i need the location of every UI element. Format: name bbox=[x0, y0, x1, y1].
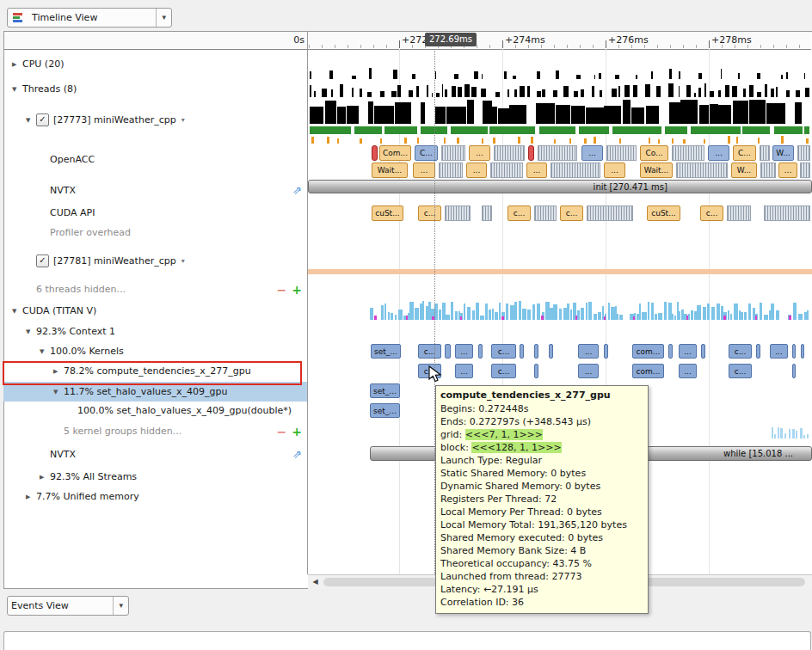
openacc-row-2-segment[interactable]: ... bbox=[604, 162, 625, 178]
cuda-api-row-segment[interactable]: c... bbox=[700, 205, 723, 221]
cuda-api-row-segment[interactable] bbox=[445, 205, 471, 221]
openacc-row-1-segment[interactable] bbox=[538, 145, 577, 161]
kernels-row-segment[interactable]: set_... bbox=[371, 344, 401, 359]
openacc-row-2-segment[interactable]: ... bbox=[413, 162, 435, 178]
tree-row-5-kernel-groups-hidden[interactable]: 5 kernel groups hidden...−+ bbox=[3, 421, 307, 441]
tree-collapse-arrow-icon[interactable]: ▼ bbox=[40, 348, 50, 355]
cuda-api-row-segment[interactable]: c... bbox=[508, 205, 531, 221]
kernels-row-segment[interactable] bbox=[701, 344, 705, 359]
tree-row-100-0-set-halo-values-x-409-gpu-double[interactable]: 100.0% set_halo_values_x_409_gpu(double*… bbox=[3, 401, 307, 420]
openacc-row-1-segment[interactable] bbox=[494, 145, 525, 161]
tree-expand-arrow-icon[interactable]: ▶ bbox=[26, 494, 36, 500]
tree-row-100-0-kernels[interactable]: ▼100.0% Kernels bbox=[3, 341, 307, 361]
kernels-row-segment[interactable]: ... bbox=[455, 344, 473, 359]
kernels-row-segment[interactable] bbox=[756, 344, 760, 359]
kernels-row-segment[interactable]: c... bbox=[491, 344, 516, 359]
kernels-row-segment[interactable]: c... bbox=[418, 344, 441, 359]
compute-tendencies-row-segment[interactable]: ... bbox=[679, 364, 697, 378]
tree-row-profiler-overhead[interactable]: Profiler overhead bbox=[3, 223, 307, 242]
openacc-row-1-segment[interactable]: ... bbox=[708, 145, 729, 161]
kernels-row-segment[interactable] bbox=[604, 344, 608, 359]
tree-row-cuda-api[interactable]: CUDA API bbox=[3, 203, 307, 223]
row-visibility-checkbox[interactable]: ✓ bbox=[36, 113, 49, 126]
cuda-api-row-segment[interactable] bbox=[534, 205, 557, 221]
cuda-api-row-segment[interactable] bbox=[587, 205, 633, 221]
tree-row-openacc[interactable]: OpenACC bbox=[3, 150, 307, 169]
openacc-row-1-segment[interactable]: Co... bbox=[640, 145, 668, 161]
openacc-row-1-segment[interactable] bbox=[760, 145, 770, 161]
tree-collapse-arrow-icon[interactable]: ▼ bbox=[26, 117, 36, 124]
openacc-row-2-segment[interactable] bbox=[490, 162, 523, 178]
openacc-row-1-segment[interactable]: Com... bbox=[379, 145, 411, 161]
cuda-api-row-segment[interactable]: c... bbox=[560, 205, 583, 221]
openacc-row-1-segment[interactable] bbox=[672, 145, 704, 161]
kernels-row-segment[interactable] bbox=[520, 344, 524, 359]
openacc-row-1-segment[interactable]: C... bbox=[733, 145, 756, 161]
openacc-row-1-segment[interactable]: W... bbox=[772, 145, 794, 161]
openacc-row-2-segment[interactable] bbox=[551, 162, 600, 178]
openacc-row-2-segment[interactable]: W... bbox=[731, 162, 757, 178]
tree-row-cpu-20[interactable]: ▶CPU (20) bbox=[3, 54, 307, 74]
show-more-rows-button[interactable]: + bbox=[292, 426, 302, 438]
tree-row-nvtx[interactable]: NVTX⇗ bbox=[3, 181, 307, 200]
tree-row-7-7-unified-memory[interactable]: ▶7.7% Unified memory bbox=[3, 487, 307, 506]
tree-row-threads-8[interactable]: ▼Threads (8) bbox=[3, 79, 307, 99]
nvtx-thread-row-segment[interactable]: init [270.471 ms] bbox=[308, 180, 812, 193]
kernels-row-segment[interactable] bbox=[668, 344, 673, 359]
openacc-row-1-segment[interactable] bbox=[528, 145, 534, 161]
openacc-row-2-segment[interactable] bbox=[439, 162, 463, 178]
cuda-api-row-segment[interactable] bbox=[764, 205, 810, 221]
openacc-row-1-segment[interactable]: ... bbox=[469, 145, 490, 161]
tree-collapse-arrow-icon[interactable]: ▼ bbox=[12, 86, 22, 93]
tree-row-11-7-set-halo-values-x-409-gpu[interactable]: ▼11.7% set_halo_values_x_409_gpu bbox=[3, 382, 307, 402]
tree-row-92-3-context-1[interactable]: ▼92.3% Context 1 bbox=[3, 322, 307, 341]
tree-row-6-threads-hidden[interactable]: 6 threads hidden...−+ bbox=[3, 279, 307, 299]
show-fewer-rows-button[interactable]: − bbox=[277, 284, 287, 296]
openacc-row-2-segment[interactable] bbox=[800, 162, 810, 178]
openacc-row-2-segment[interactable]: ... bbox=[526, 162, 547, 178]
set-halo-row-segment[interactable]: set_... bbox=[370, 383, 400, 398]
openacc-row-2-segment[interactable] bbox=[676, 162, 728, 178]
openacc-row-2-segment[interactable]: Wait... bbox=[640, 162, 673, 178]
tree-row-nvtx[interactable]: NVTX⇗ bbox=[3, 445, 307, 464]
expand-row-icon[interactable]: ⇗ bbox=[292, 448, 302, 461]
openacc-row-1-segment[interactable] bbox=[372, 145, 378, 161]
kernels-row-segment[interactable] bbox=[792, 344, 796, 359]
kernels-row-segment[interactable] bbox=[445, 344, 451, 359]
compute-tendencies-row-segment[interactable]: c... bbox=[491, 364, 516, 378]
compute-tendencies-row-segment[interactable]: ... bbox=[455, 364, 473, 378]
cuda-api-row-segment[interactable]: cuSt... bbox=[372, 205, 403, 221]
kernels-row-segment[interactable] bbox=[534, 344, 538, 359]
openacc-row-2-segment[interactable]: ... bbox=[466, 162, 487, 178]
compute-tendencies-row-segment[interactable] bbox=[792, 364, 796, 378]
tree-row-27781-miniweather-cpp[interactable]: ✓[27781] miniWeather_cpp▾ bbox=[3, 251, 307, 271]
process-options-caret-icon[interactable]: ▾ bbox=[181, 116, 185, 124]
compute-tendencies-row-segment[interactable]: ... bbox=[578, 364, 599, 378]
tree-expand-arrow-icon[interactable]: ▶ bbox=[53, 368, 64, 375]
process-options-caret-icon[interactable]: ▾ bbox=[181, 257, 185, 265]
show-more-rows-button[interactable]: + bbox=[292, 284, 302, 296]
openacc-row-1-segment[interactable] bbox=[441, 145, 465, 161]
compute-tendencies-row-segment[interactable] bbox=[534, 364, 538, 378]
cuda-api-row-segment[interactable]: cuSt... bbox=[647, 205, 680, 221]
openacc-row-1-segment[interactable] bbox=[606, 145, 637, 161]
kernels-row-segment[interactable]: ... bbox=[770, 344, 788, 359]
kernels-row-segment[interactable] bbox=[478, 344, 483, 359]
tree-collapse-arrow-icon[interactable]: ▼ bbox=[26, 328, 36, 335]
row-visibility-checkbox[interactable]: ✓ bbox=[36, 254, 49, 267]
expand-row-icon[interactable]: ⇗ bbox=[292, 184, 302, 197]
openacc-row-2-segment[interactable]: ... bbox=[778, 162, 797, 178]
kernels-row-segment[interactable]: c... bbox=[729, 344, 752, 359]
kernels-row-segment[interactable]: ... bbox=[578, 344, 599, 359]
kernels-row-segment[interactable] bbox=[801, 344, 804, 359]
view-selector-dropdown[interactable]: Timeline View ▾ bbox=[7, 8, 172, 28]
kernels-row-segment[interactable]: com... bbox=[632, 344, 664, 359]
events-view-dropdown[interactable]: Events View ▾ bbox=[7, 596, 129, 616]
tree-row-cuda-titan-v[interactable]: ▼CUDA (TITAN V) bbox=[3, 301, 307, 321]
tree-expand-arrow-icon[interactable]: ▶ bbox=[12, 61, 22, 68]
show-fewer-rows-button[interactable]: − bbox=[277, 426, 287, 438]
kernels-row-segment[interactable]: ... bbox=[679, 344, 697, 359]
cuda-api-row-segment[interactable]: c... bbox=[418, 205, 441, 221]
compute-tendencies-row-segment[interactable]: com... bbox=[632, 364, 664, 378]
tree-row-78-2-compute-tendencies-x-277-gpu[interactable]: ▶78.2% compute_tendencies_x_277_gpu bbox=[3, 361, 307, 381]
